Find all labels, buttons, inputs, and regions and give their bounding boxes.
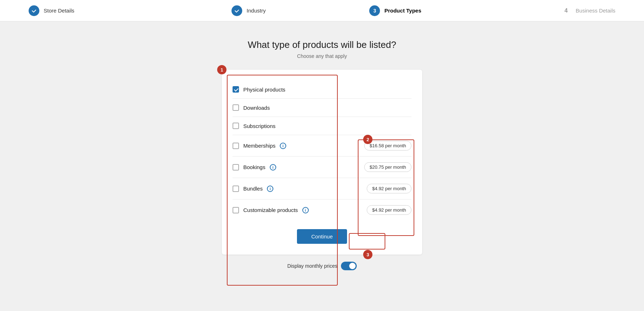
info-icon-customizable[interactable]: i [302,207,309,213]
display-monthly-prices-toggle[interactable] [341,262,357,270]
product-downloads-label: Downloads [243,105,270,111]
product-list: Physical products Downloads Subscription… [233,80,411,221]
toggle-row: Display monthly prices [287,262,357,270]
checkbox-physical[interactable] [233,86,239,93]
list-item: Downloads [233,99,411,117]
product-subscriptions-left: Subscriptions [233,123,275,129]
step-label-business-details: Business Details [576,8,615,14]
step-circle-product-types: 3 [369,5,380,16]
list-item: Subscriptions [233,117,411,135]
product-bookings-label: Bookings [243,164,265,170]
product-customizable-left: Customizable products i [233,207,309,213]
product-subscriptions-label: Subscriptions [243,123,275,129]
page-subtitle: Choose any that apply [297,53,347,59]
checkbox-downloads[interactable] [233,104,239,111]
product-physical-left: Physical products [233,86,286,93]
product-bundles-left: Bundles i [233,186,273,192]
step-label-product-types: Product Types [384,8,421,14]
step-industry: Industry [175,5,322,16]
product-physical-label: Physical products [243,87,286,93]
info-icon-bookings[interactable]: i [270,164,276,171]
page-title: What type of products will be listed? [248,39,396,50]
step-business-details: 4 Business Details [469,5,615,16]
price-bookings: $20.75 per month [364,162,411,172]
list-item: Bookings i $20.75 per month [233,157,411,178]
checkbox-memberships[interactable] [233,143,239,149]
info-icon-memberships[interactable]: i [280,143,286,149]
step-circle-store-details [29,5,39,16]
step-circle-industry [231,5,242,16]
checkbox-subscriptions[interactable] [233,123,239,129]
toggle-label: Display monthly prices [287,263,337,269]
product-bundles-label: Bundles [243,186,263,192]
step-product-types: 3 Product Types [322,5,469,16]
info-icon-bundles[interactable]: i [267,186,273,192]
list-item: Customizable products i $4.92 per month [233,199,411,221]
list-item: Memberships i $16.58 per month [233,135,411,157]
step-label-store-details: Store Details [44,8,74,14]
product-downloads-left: Downloads [233,104,270,111]
annotation-badge-3: 3 [363,250,372,259]
checkbox-customizable[interactable] [233,207,239,213]
step-circle-business-details: 4 [561,5,571,16]
price-bundles: $4.92 per month [367,184,411,193]
product-types-card: 1 2 3 Physical products Downloads [222,70,422,255]
product-bookings-left: Bookings i [233,164,276,171]
stepper: Store Details Industry 3 Product Types 4… [0,0,644,21]
product-memberships-label: Memberships [243,143,275,149]
main-content: What type of products will be listed? Ch… [0,21,644,288]
product-memberships-left: Memberships i [233,143,286,149]
continue-button-wrap: Continue [233,229,411,244]
annotation-badge-1: 1 [217,65,226,74]
product-customizable-label: Customizable products [243,207,298,213]
checkbox-bundles[interactable] [233,186,239,192]
price-customizable: $4.92 per month [367,205,411,215]
continue-button[interactable]: Continue [297,229,347,244]
step-store-details: Store Details [29,5,175,16]
annotation-badge-2: 2 [363,135,372,144]
checkbox-bookings[interactable] [233,164,239,171]
list-item: Physical products [233,80,411,99]
list-item: Bundles i $4.92 per month [233,178,411,199]
step-label-industry: Industry [247,8,265,14]
